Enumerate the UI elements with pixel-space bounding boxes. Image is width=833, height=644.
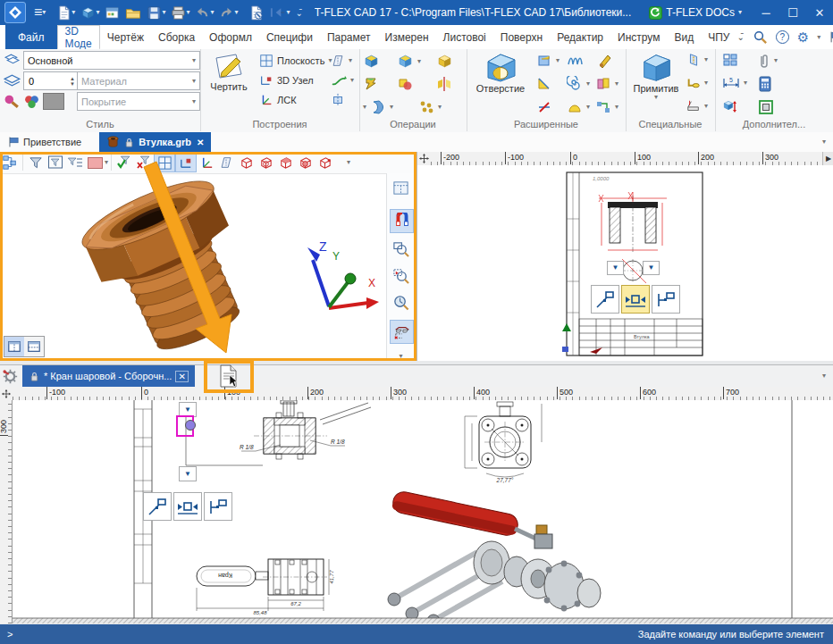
- options-gear-button[interactable]: ⚙: [797, 29, 809, 46]
- vertex-view-button[interactable]: [315, 154, 334, 171]
- window-layout-button[interactable]: [390, 177, 412, 199]
- filter-apply-button[interactable]: [114, 154, 134, 171]
- drawing-canvas-bottom[interactable]: R 1/8 R 1/8: [13, 400, 833, 623]
- selection-style-button[interactable]: [85, 154, 105, 171]
- palette-icon[interactable]: [22, 92, 40, 110]
- maximize-button[interactable]: ☐: [779, 0, 806, 25]
- help-button[interactable]: ?: [776, 30, 789, 44]
- toolbar-overflow-dropdown[interactable]: ▾: [347, 159, 350, 166]
- connector-button[interactable]: ▾: [595, 99, 618, 115]
- level-spinner[interactable]: 0▲▼: [23, 71, 78, 90]
- trim-button[interactable]: [536, 99, 552, 115]
- viewport-3d-pane[interactable]: ▾ ▾: [0, 152, 416, 361]
- undo-button[interactable]: ▾: [192, 2, 216, 23]
- tab-list-dropdown[interactable]: ▾: [822, 138, 826, 146]
- tflex-docs-button[interactable]: T-FLEX DOCs ▾: [644, 2, 747, 23]
- shaded-view-button[interactable]: [275, 154, 295, 171]
- layers-icon[interactable]: [3, 51, 21, 69]
- ruler-scroll-right[interactable]: ▶: [822, 152, 833, 165]
- fragment-dropdown-bottom[interactable]: ▼: [179, 466, 197, 481]
- tab-surfaces[interactable]: Поверхн: [493, 25, 550, 49]
- tab-parameters[interactable]: Парамет: [320, 25, 378, 49]
- node3d-item[interactable]: 3D Узел: [259, 73, 314, 88]
- minimize-button[interactable]: ─: [753, 0, 779, 25]
- filter-list-button[interactable]: [65, 154, 85, 171]
- tab-assembly[interactable]: Сборка: [151, 25, 202, 49]
- zoom-selection-button[interactable]: [390, 264, 412, 287]
- hidden-edges-view-button[interactable]: [256, 154, 275, 171]
- spiral-button[interactable]: ▾: [567, 76, 590, 92]
- array-button[interactable]: ▾: [418, 99, 442, 115]
- pan-view-icon[interactable]: [417, 152, 432, 166]
- pan-view-icon[interactable]: [0, 387, 13, 401]
- coating-combobox[interactable]: Покрытие▾: [77, 92, 200, 111]
- workplane-mode-button[interactable]: [175, 153, 197, 172]
- dome-button[interactable]: ▾: [567, 99, 590, 115]
- external-model-button[interactable]: [597, 53, 613, 69]
- customize-quick-access-button[interactable]: ⌄̄: [292, 2, 305, 23]
- doc-tab-ball-valve[interactable]: * Кран шаровой - Сборочн... ✕: [22, 365, 195, 387]
- split-view-button[interactable]: [24, 337, 44, 356]
- color-spray-icon[interactable]: [3, 92, 21, 110]
- single-view-button[interactable]: [4, 337, 24, 356]
- attach-button[interactable]: ▾: [758, 53, 778, 69]
- close-doc-icon[interactable]: ✕: [175, 371, 188, 382]
- main-menu-button[interactable]: ≡▾: [31, 2, 48, 23]
- material-combobox[interactable]: Материал▾: [77, 71, 200, 90]
- tab-view[interactable]: Вид: [667, 25, 701, 49]
- filter-button[interactable]: [26, 154, 46, 171]
- layer-combobox[interactable]: Основной▾: [23, 51, 200, 70]
- section-button[interactable]: [331, 93, 345, 107]
- rib-button[interactable]: [536, 76, 552, 92]
- selection-style-dropdown[interactable]: ▾: [105, 159, 108, 166]
- tab-edit[interactable]: Редактир: [550, 25, 610, 49]
- new-document-button[interactable]: ▾: [54, 2, 78, 23]
- document-parameters-button[interactable]: [246, 2, 266, 23]
- rotation-button[interactable]: ▾: [397, 53, 421, 70]
- lcs-item[interactable]: ЛСК: [259, 93, 297, 107]
- hole-button[interactable]: Отверстие: [472, 51, 529, 112]
- tab-3d-model[interactable]: 3D Моде: [57, 25, 100, 50]
- collapse-ribbon-button[interactable]: ⌄̄: [736, 32, 744, 42]
- drawing-canvas-right[interactable]: 1,0000: [417, 165, 833, 361]
- view-dropdown-right[interactable]: ▼: [643, 261, 660, 275]
- workplane-item[interactable]: Плоскость▾: [259, 54, 332, 68]
- redo-button[interactable]: ▾: [216, 2, 240, 23]
- drawing-2d-pane[interactable]: -200 -100 0 100 200 300 ▶ 1,0000: [416, 152, 833, 361]
- shell-button[interactable]: ▾▾: [363, 99, 393, 115]
- welcome-flag-icon[interactable]: [829, 30, 833, 44]
- zoom-all-button[interactable]: [390, 291, 412, 314]
- wedge-button[interactable]: ▾: [686, 99, 708, 113]
- triad-toggle-button[interactable]: [197, 154, 216, 171]
- app-logo-icon[interactable]: [4, 2, 26, 23]
- plane-toggle-button[interactable]: [216, 154, 236, 171]
- tab-cnc[interactable]: ЧПУ: [701, 25, 736, 49]
- fragment-handle-dot[interactable]: [185, 420, 196, 431]
- 3d-path-button[interactable]: ▾: [331, 73, 354, 88]
- section-view-button[interactable]: [621, 285, 650, 314]
- doc-tab-welcome[interactable]: Приветствие: [0, 132, 88, 152]
- calculator-button[interactable]: [758, 76, 772, 92]
- measure-dimension-button[interactable]: 5▾: [722, 76, 747, 90]
- boolean-button[interactable]: [397, 76, 413, 92]
- zoom-window-button[interactable]: [390, 238, 412, 260]
- section-view-button[interactable]: [173, 492, 202, 521]
- animate-button[interactable]: [722, 99, 738, 115]
- search-icon[interactable]: [753, 29, 768, 45]
- view-dropdown-left[interactable]: ▼: [607, 261, 624, 275]
- tab-measure[interactable]: Измерен: [378, 25, 436, 49]
- doc-tab-bushing[interactable]: Втулка.grb ✕: [99, 132, 211, 152]
- side-toolbar-more-button[interactable]: ▾: [390, 350, 412, 361]
- welcome-window-button[interactable]: [102, 2, 122, 23]
- close-button[interactable]: ✕: [806, 0, 833, 25]
- filter-window-button[interactable]: [46, 154, 65, 171]
- tab-bom[interactable]: Специфи: [259, 25, 320, 49]
- stiffener-button[interactable]: ▾: [686, 53, 708, 67]
- bushing-3d-model[interactable]: [36, 175, 304, 350]
- blend-button[interactable]: ▾: [536, 53, 560, 69]
- loft-button[interactable]: [363, 76, 379, 92]
- last-command-button[interactable]: ▾: [266, 2, 292, 23]
- object-snap-magnet-button[interactable]: [390, 209, 414, 233]
- tab-tools[interactable]: Инструм: [610, 25, 667, 49]
- sheet-faces-button[interactable]: ▾: [595, 76, 618, 92]
